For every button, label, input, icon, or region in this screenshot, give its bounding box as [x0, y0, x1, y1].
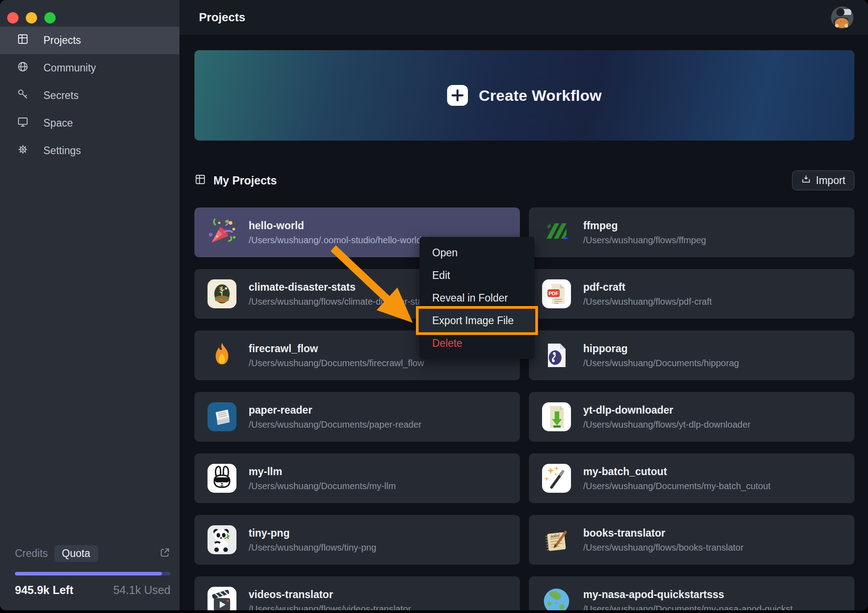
avatar[interactable]: [831, 6, 854, 29]
sidebar-item-settings[interactable]: Settings: [0, 137, 179, 165]
sidebar: ProjectsCommunitySecretsSpaceSettings Cr…: [0, 0, 179, 610]
project-path: /Users/wushuang/flows/books-translator: [583, 542, 744, 553]
grid-icon: [17, 33, 29, 48]
project-card-videos-translator[interactable]: videos-translator/Users/wushuang/flows/v…: [194, 576, 520, 610]
rabbit-icon: [207, 463, 237, 493]
project-card-my-batch_cutout[interactable]: my-batch_cutout/Users/wushuang/Documents…: [529, 453, 854, 503]
project-card-tiny-png[interactable]: tiny-png/Users/wushuang/flows/tiny-png: [194, 515, 520, 565]
titlebar: Projects: [179, 0, 868, 35]
project-name: my-llm: [249, 466, 396, 478]
project-path: /Users/wushuang/Documents/firecrawl_flow: [249, 358, 424, 368]
project-path: /Users/wushuang/.oomol-studio/hello-worl…: [249, 235, 421, 245]
sidebar-nav: ProjectsCommunitySecretsSpaceSettings: [0, 27, 179, 165]
menu-item-export-image-file[interactable]: Export Image File: [420, 309, 534, 332]
panda-icon: [207, 525, 237, 555]
create-workflow-label: Create Workflow: [479, 87, 602, 104]
project-name: yt-dlp-downloader: [583, 404, 750, 416]
flame-icon: [207, 340, 237, 370]
project-path: /Users/wushuang/Documents/my-nasa-apod-q…: [583, 604, 800, 611]
project-name: firecrawl_flow: [249, 343, 424, 355]
pdf-doc-icon: PDF: [542, 279, 571, 309]
export-highlight-box[interactable]: Export Image File: [416, 306, 538, 335]
plus-icon: [447, 85, 468, 106]
quota-tab[interactable]: Quota: [54, 545, 98, 562]
earth-icon: [542, 586, 571, 610]
svg-text:PDF: PDF: [549, 291, 559, 296]
grid-icon: [194, 174, 206, 187]
project-name: climate-disaster-stats: [249, 281, 429, 293]
ffmpeg-icon: [542, 217, 571, 247]
minimize-button[interactable]: [26, 12, 37, 24]
project-path: /Users/wushuang/Documents/paper-reader: [249, 420, 421, 430]
menu-item-delete[interactable]: Delete: [420, 332, 534, 354]
credits-tab[interactable]: Credits: [15, 547, 48, 560]
project-name: hipporag: [583, 343, 739, 355]
sidebar-item-space[interactable]: Space: [0, 109, 179, 137]
external-link-icon[interactable]: [159, 547, 170, 560]
key-icon: [17, 88, 29, 103]
project-path: /Users/wushuang/flows/pdf-craft: [583, 297, 712, 307]
project-name: videos-translator: [249, 589, 411, 601]
credits-progress-bar: [15, 572, 170, 575]
menu-item-edit[interactable]: Edit: [420, 264, 534, 287]
party-popper-icon: [207, 217, 237, 247]
project-path: /Users/wushuang/Documents/my-llm: [249, 481, 396, 491]
create-workflow-banner[interactable]: Create Workflow: [194, 50, 854, 141]
import-label: Import: [816, 174, 845, 187]
sidebar-item-projects[interactable]: Projects: [0, 27, 179, 54]
clapperboard-icon: [207, 586, 237, 610]
my-projects-header: My Projects Import: [194, 170, 854, 190]
page-title: Projects: [199, 10, 245, 24]
sidebar-item-label: Secrets: [43, 90, 79, 102]
project-path: /Users/wushuang/flows/ffmpeg: [583, 235, 706, 245]
import-tray-icon: [801, 174, 811, 187]
project-name: hello-world: [249, 220, 421, 232]
project-card-ffmpeg[interactable]: ffmpeg/Users/wushuang/flows/ffmpeg: [529, 207, 854, 257]
project-path: /Users/wushuang/flows/tiny-png: [249, 542, 376, 553]
project-card-my-nasa-apod-quickstartsss[interactable]: my-nasa-apod-quickstartsss/Users/wushuan…: [529, 576, 854, 610]
graph-doc-icon: [542, 340, 571, 370]
window-controls: [0, 0, 179, 23]
project-name: paper-reader: [249, 404, 421, 416]
download-doc-icon: [542, 402, 571, 432]
app-window: ProjectsCommunitySecretsSpaceSettings Cr…: [0, 0, 868, 610]
zoom-button[interactable]: [44, 12, 56, 24]
project-card-my-llm[interactable]: my-llm/Users/wushuang/Documents/my-llm: [194, 453, 520, 503]
close-button[interactable]: [7, 12, 19, 24]
project-card-hipporag[interactable]: hipporag/Users/wushuang/Documents/hippor…: [529, 330, 854, 380]
project-name: pdf-craft: [583, 281, 712, 293]
project-path: /Users/wushuang/flows/climate-disaster-s…: [249, 297, 429, 307]
monitor-icon: [17, 116, 29, 131]
project-name: ffmpeg: [583, 220, 706, 232]
project-name: tiny-png: [249, 527, 376, 539]
import-button[interactable]: Import: [792, 170, 854, 190]
project-path: /Users/wushuang/flows/yt-dlp-downloader: [583, 420, 750, 430]
project-card-books-translator[interactable]: aabdbooks-translator/Users/wushuang/flow…: [529, 515, 854, 565]
credits-panel: Credits Quota 945.9k Left 54.1k Used: [15, 545, 170, 597]
magic-wand-icon: [542, 463, 571, 493]
section-title: My Projects: [213, 174, 277, 187]
sidebar-item-label: Space: [43, 117, 73, 129]
menu-item-open[interactable]: Open: [420, 241, 534, 264]
project-card-yt-dlp-downloader[interactable]: yt-dlp-downloader/Users/wushuang/flows/y…: [529, 392, 854, 442]
globe-icon: [17, 61, 29, 75]
project-path: /Users/wushuang/flows/videos-translator: [249, 604, 411, 611]
sidebar-item-secrets[interactable]: Secrets: [0, 82, 179, 109]
sidebar-item-label: Settings: [43, 145, 81, 157]
climate-badge-icon: [207, 279, 237, 309]
project-name: books-translator: [583, 527, 744, 539]
gear-icon: [17, 143, 29, 158]
project-path: /Users/wushuang/Documents/hipporag: [583, 358, 739, 368]
credits-left-value: 945.9k Left: [15, 584, 73, 597]
paper-stack-icon: [207, 402, 237, 432]
sidebar-item-community[interactable]: Community: [0, 54, 179, 82]
project-name: my-batch_cutout: [583, 466, 771, 478]
context-menu: OpenEditReveal in FolderExport Image Fil…: [420, 237, 534, 359]
sidebar-item-label: Community: [43, 62, 96, 74]
project-card-paper-reader[interactable]: paper-reader/Users/wushuang/Documents/pa…: [194, 392, 520, 442]
project-card-pdf-craft[interactable]: PDFpdf-craft/Users/wushuang/flows/pdf-cr…: [529, 269, 854, 319]
credits-used-value: 54.1k Used: [113, 584, 170, 597]
project-path: /Users/wushuang/Documents/my-batch_cutou…: [583, 481, 771, 491]
project-name: my-nasa-apod-quickstartsss: [583, 589, 800, 601]
notebook-pen-icon: aabd: [542, 525, 571, 555]
